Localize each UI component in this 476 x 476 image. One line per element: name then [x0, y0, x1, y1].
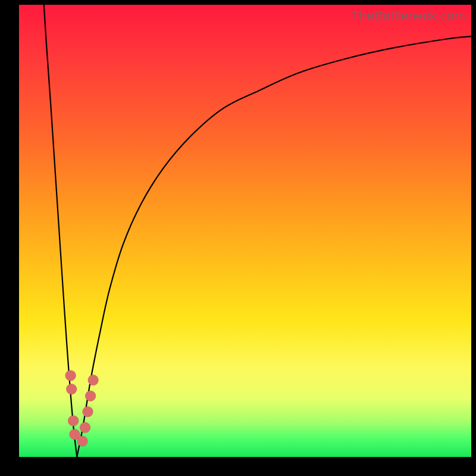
data-marker — [80, 422, 90, 433]
plot-area: TheBottleneck.com — [19, 5, 471, 457]
data-marker — [66, 384, 77, 394]
data-marker — [85, 390, 96, 401]
curve-right-branch — [77, 36, 471, 457]
curve-layer — [19, 5, 471, 457]
data-marker — [88, 375, 99, 386]
chart-frame: TheBottleneck.com — [0, 0, 476, 476]
data-marker — [65, 370, 76, 381]
data-marker — [83, 406, 93, 417]
data-marker — [68, 415, 79, 426]
data-marker — [77, 436, 87, 446]
